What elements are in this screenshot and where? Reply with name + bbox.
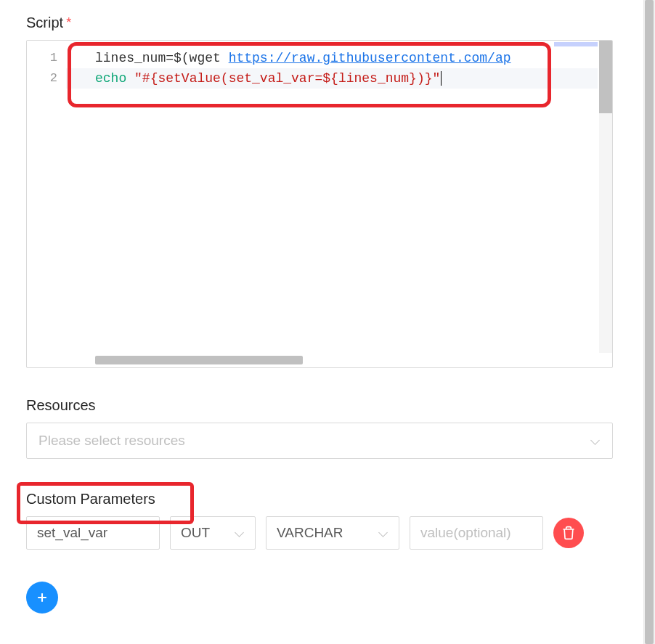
code-line-active[interactable]: echo "#{setValue(set_val_var=${lines_num…	[66, 68, 598, 89]
required-asterisk: *	[66, 15, 71, 30]
custom-param-row: set_val_var OUT VARCHAR value(optional)	[26, 516, 613, 550]
form-content: Script * 1 2 lines_num=$(wget https://ra…	[0, 0, 639, 628]
page-vertical-scrollbar-thumb[interactable]	[645, 0, 654, 644]
resources-select[interactable]: Please select resources	[26, 423, 613, 459]
code-line[interactable]: lines_num=$(wget https://raw.githubuserc…	[66, 48, 598, 68]
plus-icon	[35, 590, 49, 605]
add-param-button[interactable]	[26, 582, 58, 614]
param-value-placeholder: value(optional)	[420, 525, 511, 541]
param-name-input[interactable]: set_val_var	[26, 516, 160, 550]
editor-gutter: 1 2	[27, 41, 66, 353]
code-token-keyword: echo	[95, 71, 126, 86]
param-value-input[interactable]: value(optional)	[410, 516, 543, 550]
param-direction-value: OUT	[181, 525, 210, 541]
resources-placeholder: Please select resources	[38, 433, 185, 449]
page-vertical-scrollbar[interactable]	[643, 0, 655, 644]
editor-vertical-scrollbar[interactable]	[599, 41, 612, 353]
code-token-string: "#{setValue(set_val_var=${lines_num})}"	[134, 71, 440, 86]
chevron-down-icon	[378, 528, 388, 538]
param-direction-select[interactable]: OUT	[170, 516, 256, 550]
script-field-label: Script *	[26, 15, 613, 31]
chevron-down-icon	[235, 528, 245, 538]
editor-cursor	[441, 71, 442, 86]
delete-param-button[interactable]	[553, 518, 584, 548]
line-number: 2	[27, 68, 66, 89]
editor-code-area[interactable]: lines_num=$(wget https://raw.githubuserc…	[66, 41, 598, 89]
script-label-text: Script	[26, 15, 63, 31]
code-token: lines_num=$(wget	[95, 51, 229, 65]
param-type-value: VARCHAR	[277, 525, 343, 541]
param-type-select[interactable]: VARCHAR	[266, 516, 399, 550]
custom-parameters-label: Custom Parameters	[26, 491, 613, 508]
trash-icon	[561, 526, 576, 540]
editor-vertical-scrollbar-thumb[interactable]	[599, 41, 612, 113]
chevron-down-icon	[590, 436, 601, 446]
editor-minimap-marker	[554, 42, 598, 46]
resources-label: Resources	[26, 397, 613, 414]
editor-horizontal-scrollbar[interactable]	[66, 356, 598, 364]
editor-horizontal-scrollbar-thumb[interactable]	[95, 356, 303, 364]
line-number: 1	[27, 48, 66, 68]
code-token	[126, 71, 134, 86]
code-token-url: https://raw.githubusercontent.com/ap	[229, 51, 511, 65]
param-name-value: set_val_var	[37, 525, 107, 541]
script-code-editor[interactable]: 1 2 lines_num=$(wget https://raw.githubu…	[26, 40, 613, 368]
